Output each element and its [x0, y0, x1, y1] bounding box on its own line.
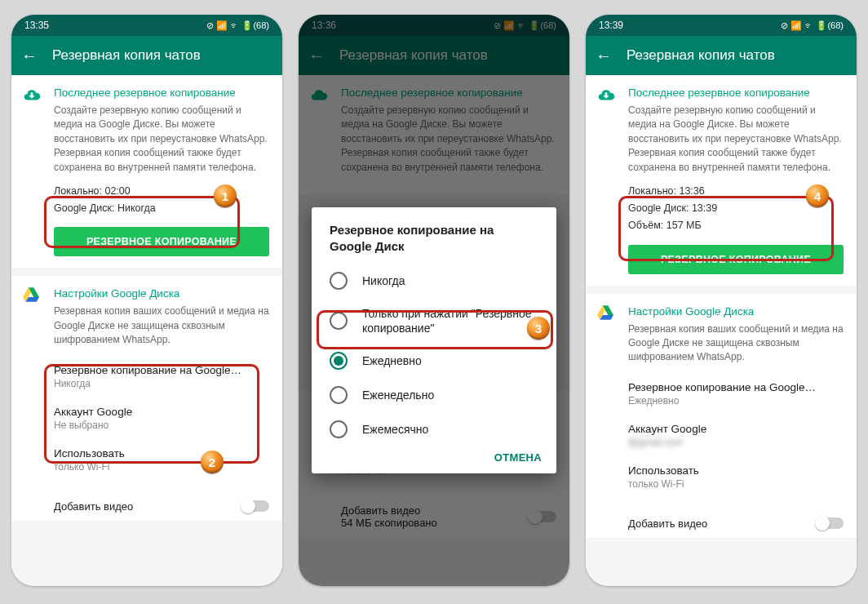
phone-screen-1: 13:35 ⊘ 📶 ᯤ 🔋(68) ← Резервная копия чато…	[11, 15, 282, 586]
local-backup-time: Локально: 02:00	[54, 183, 269, 200]
radio-label: Еженедельно	[362, 389, 434, 402]
radio-label: Только при нажатии "Резервное копировани…	[362, 306, 538, 335]
drive-section-desc: Резервная копия ваших сообщений и медиа …	[54, 304, 269, 347]
badge-1: 1	[214, 184, 237, 207]
page-title: Резервная копия чатов	[627, 47, 775, 64]
status-icons: ⊘ 📶 ᯤ 🔋(68)	[781, 20, 844, 31]
frequency-value: Никогда	[54, 378, 269, 389]
account-label: Аккаунт Google	[54, 406, 269, 418]
video-label: Добавить видео	[628, 517, 707, 530]
content-area: Последнее резервное копирование Создайте…	[586, 75, 857, 586]
backup-info: Локально: 02:00 Google Диск: Никогда	[54, 183, 269, 218]
app-bar: ← Резервная копия чатов	[11, 36, 282, 75]
backup-section-title: Последнее резервное копирование	[628, 87, 844, 99]
cloud-upload-icon	[310, 87, 328, 104]
video-toggle[interactable]	[816, 517, 844, 529]
video-label: Добавить видео	[54, 500, 133, 513]
content-area: Последнее резервное копирование Создайте…	[11, 75, 282, 586]
video-setting[interactable]: Добавить видео	[586, 509, 857, 538]
app-bar: ← Резервная копия чатов	[299, 36, 569, 75]
drive-section-title: Настройки Google Диска	[54, 287, 269, 300]
radio-label: Ежемесячно	[362, 423, 428, 436]
badge-4: 4	[806, 184, 829, 207]
frequency-label: Резервное копирование на Google…	[628, 381, 844, 393]
network-value: только Wi-Fi	[628, 478, 844, 490]
phone-screen-3: 13:39 ⊘ 📶 ᯤ 🔋(68) ← Резервная копия чато…	[586, 15, 857, 586]
app-bar: ← Резервная копия чатов	[586, 36, 857, 75]
backup-section-title: Последнее резервное копирование	[341, 87, 556, 99]
page-title: Резервная копия чатов	[52, 47, 201, 64]
dialog-title: Резервное копирование на Google Диск	[318, 222, 550, 264]
google-drive-icon	[23, 287, 39, 302]
badge-2: 2	[201, 451, 224, 473]
account-setting[interactable]: Аккаунт Google Не выбрано	[54, 397, 269, 439]
radio-icon	[330, 312, 348, 330]
network-label: Использовать	[54, 447, 269, 460]
backup-size: Объём: 157 МБ	[628, 217, 844, 234]
status-icons: ⊘ 📶 ᯤ 🔋(68)	[206, 20, 269, 31]
video-label: Добавить видео	[341, 504, 437, 517]
radio-icon	[330, 272, 348, 290]
backup-section-desc: Создайте резервную копию сообщений и мед…	[341, 104, 556, 175]
radio-option-3[interactable]: Еженедельно	[318, 378, 550, 412]
account-setting[interactable]: Аккаунт Google @gmail.com	[628, 415, 844, 456]
status-icons: ⊘ 📶 ᯤ 🔋(68)	[494, 20, 556, 31]
status-bar: 13:35 ⊘ 📶 ᯤ 🔋(68)	[11, 15, 282, 36]
video-toggle	[529, 511, 556, 522]
back-icon[interactable]: ←	[308, 47, 325, 65]
drive-section-desc: Резервная копия ваших сообщений и медиа …	[628, 322, 844, 365]
backup-section-desc: Создайте резервную копию сообщений и мед…	[628, 104, 844, 175]
page-title: Резервная копия чатов	[339, 47, 488, 64]
video-setting[interactable]: Добавить видео	[11, 492, 282, 521]
clock: 13:35	[24, 20, 49, 31]
cancel-button[interactable]: ОТМЕНА	[494, 451, 542, 464]
cloud-upload-icon	[597, 87, 615, 104]
frequency-dialog: Резервное копирование на Google Диск Ник…	[312, 207, 556, 473]
account-label: Аккаунт Google	[628, 423, 844, 435]
frequency-label: Резервное копирование на Google…	[54, 364, 269, 376]
account-value: @gmail.com	[628, 437, 844, 448]
drive-settings-section: Настройки Google Диска Резервная копия в…	[586, 294, 857, 509]
network-value: только Wi-Fi	[54, 461, 269, 473]
gdrive-backup-time: Google Диск: Никогда	[54, 200, 269, 217]
video-sub: 54 МБ скопировано	[341, 517, 437, 529]
radio-label: Никогда	[362, 274, 405, 287]
radio-option-1[interactable]: Только при нажатии "Резервное копировани…	[318, 298, 550, 344]
backup-section: Последнее резервное копирование Создайте…	[299, 75, 569, 194]
status-bar: 13:36 ⊘ 📶 ᯤ 🔋(68)	[299, 15, 569, 36]
back-icon[interactable]: ←	[596, 47, 612, 65]
backup-section: Последнее резервное копирование Создайте…	[586, 75, 857, 286]
backup-section: Последнее резервное копирование Создайте…	[11, 75, 282, 268]
account-value: Не выбрано	[54, 420, 269, 431]
clock: 13:36	[312, 20, 336, 31]
backup-button[interactable]: РЕЗЕРВНОЕ КОПИРОВАНИЕ	[54, 227, 269, 256]
network-setting[interactable]: Использовать только Wi-Fi	[54, 439, 269, 481]
badge-3: 3	[527, 317, 550, 340]
network-label: Использовать	[628, 464, 844, 477]
network-setting[interactable]: Использовать только Wi-Fi	[628, 456, 844, 498]
drive-section-title: Настройки Google Диска	[628, 305, 844, 318]
drive-settings-section: Настройки Google Диска Резервная копия в…	[11, 276, 282, 491]
back-icon[interactable]: ←	[21, 47, 38, 65]
backup-section-title: Последнее резервное копирование	[54, 87, 269, 99]
radio-option-2[interactable]: Ежедневно	[318, 344, 550, 378]
frequency-setting[interactable]: Резервное копирование на Google… Никогда	[54, 356, 269, 397]
status-bar: 13:39 ⊘ 📶 ᯤ 🔋(68)	[586, 15, 857, 36]
frequency-setting[interactable]: Резервное копирование на Google… Ежеднев…	[628, 373, 844, 415]
radio-option-0[interactable]: Никогда	[318, 264, 550, 298]
cloud-upload-icon	[23, 87, 41, 104]
radio-icon	[330, 386, 348, 404]
phone-screen-2: 13:36 ⊘ 📶 ᯤ 🔋(68) ← Резервная копия чато…	[299, 15, 569, 586]
frequency-value: Ежедневно	[628, 395, 844, 406]
radio-label: Ежедневно	[362, 354, 422, 367]
backup-button[interactable]: РЕЗЕРВНОЕ КОПИРОВАНИЕ	[628, 245, 844, 274]
google-drive-icon	[597, 305, 613, 320]
backup-section-desc: Создайте резервную копию сообщений и мед…	[54, 104, 269, 175]
radio-icon	[330, 420, 348, 438]
video-setting-dim: Добавить видео 54 МБ скопировано	[299, 496, 569, 537]
radio-icon-selected	[330, 352, 348, 370]
video-toggle[interactable]	[241, 500, 269, 512]
radio-option-4[interactable]: Ежемесячно	[318, 412, 550, 446]
clock: 13:39	[599, 20, 623, 31]
